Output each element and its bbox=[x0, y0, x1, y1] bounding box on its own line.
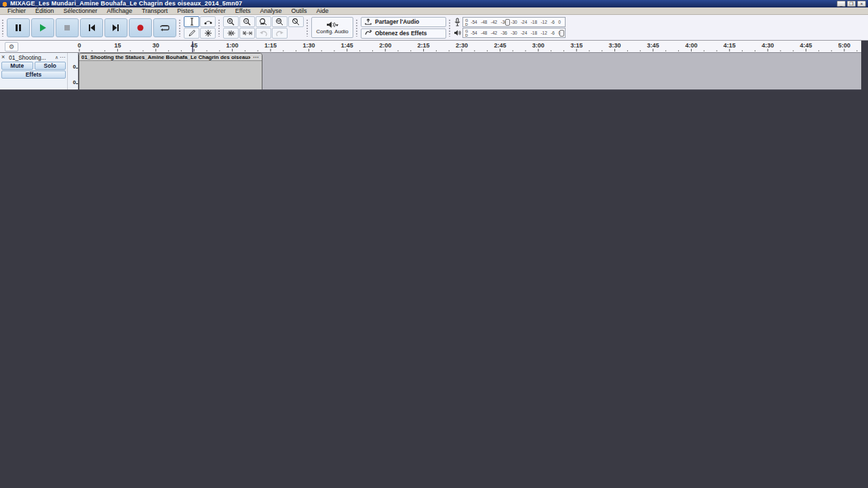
meter-tick-label: -42 bbox=[491, 30, 497, 35]
track-collapse-icon[interactable]: ∧ bbox=[55, 55, 58, 60]
share-toolbar: Partager l'Audio Obtenez des Effets bbox=[361, 17, 446, 39]
svg-text:5:00: 5:00 bbox=[838, 42, 850, 49]
svg-text:4:15: 4:15 bbox=[724, 42, 736, 49]
audio-setup-button[interactable]: Config. Audio bbox=[311, 17, 353, 38]
solo-button[interactable]: Solo bbox=[35, 62, 66, 70]
zoom-out-button[interactable] bbox=[239, 16, 255, 27]
tools-toolbar-grip[interactable] bbox=[178, 19, 182, 37]
svg-text:4:00: 4:00 bbox=[685, 42, 697, 49]
menu-item-aide[interactable]: Aide bbox=[312, 7, 334, 15]
recording-meter[interactable]: GD-54-48-42-36-30-24-18-12-60 bbox=[462, 17, 566, 27]
trim-outside-button[interactable] bbox=[223, 28, 239, 39]
pause-button[interactable] bbox=[7, 18, 30, 37]
speaker-dropdown-icon bbox=[326, 21, 338, 28]
menu-item-dition[interactable]: Édition bbox=[31, 7, 59, 15]
menu-item-gnrer[interactable]: Générer bbox=[199, 7, 231, 15]
vertical-ruler-zero-label: 0 bbox=[73, 80, 76, 85]
menu-item-fichier[interactable]: Fichier bbox=[3, 7, 31, 15]
menu-item-effets[interactable]: Effets bbox=[231, 7, 256, 15]
transport-toolbar bbox=[7, 18, 176, 37]
microphone-icon[interactable] bbox=[454, 18, 461, 26]
minimize-button[interactable]: _ bbox=[837, 1, 846, 7]
meter-tick-label: -42 bbox=[491, 20, 497, 24]
share-audio-button[interactable]: Partager l'Audio bbox=[361, 17, 446, 27]
svg-text:3:00: 3:00 bbox=[532, 42, 545, 49]
svg-text:4:30: 4:30 bbox=[762, 42, 774, 49]
timeline-options-gear-icon[interactable]: ⚙ bbox=[5, 42, 18, 52]
loop-button[interactable] bbox=[153, 18, 176, 37]
envelope-tool-button[interactable] bbox=[200, 16, 216, 27]
meter-toolbar-grip[interactable] bbox=[448, 19, 452, 37]
meter-channel-labels: GD bbox=[463, 18, 469, 26]
transport-toolbar-grip[interactable] bbox=[1, 19, 5, 37]
meter-tick-label: -30 bbox=[511, 30, 517, 35]
track-menu-icon[interactable]: ⋯ bbox=[60, 54, 66, 60]
close-button[interactable]: × bbox=[857, 1, 866, 7]
vertical-ruler-zero-label: 0 bbox=[73, 64, 76, 70]
meter-slider-thumb[interactable] bbox=[559, 30, 564, 37]
restore-button[interactable]: ❐ bbox=[847, 1, 856, 7]
tracks-area: ×01_Shooting...∧⋯MuteSoloEffets0001_Shoo… bbox=[0, 53, 861, 91]
get-effects-label: Obtenez des Effets bbox=[375, 30, 427, 37]
clip-title: 01_Shooting the Statues_Amine Bouhafa_Le… bbox=[79, 54, 250, 60]
menu-item-affichage[interactable]: Affichage bbox=[102, 7, 137, 15]
svg-text:30: 30 bbox=[153, 42, 159, 49]
zoom-selection-button[interactable] bbox=[256, 16, 271, 27]
draw-tool-button[interactable] bbox=[184, 28, 199, 39]
multi-tool-button[interactable] bbox=[200, 28, 216, 39]
record-button[interactable] bbox=[129, 18, 152, 37]
skip-end-button[interactable] bbox=[104, 18, 127, 37]
meter-tick-label: -18 bbox=[531, 20, 537, 24]
track-vertical-ruler[interactable]: 00 bbox=[68, 53, 79, 89]
play-button[interactable] bbox=[31, 18, 54, 37]
timeline-ruler[interactable]: ⚙ 01530451:001:151:301:452:002:152:302:4… bbox=[0, 41, 861, 53]
silence-audio-button[interactable] bbox=[239, 28, 255, 39]
speaker-icon[interactable] bbox=[454, 29, 461, 37]
clip-header[interactable]: 01_Shooting the Statues_Amine Bouhafa_Le… bbox=[79, 54, 262, 61]
zoom-fit-button[interactable] bbox=[272, 16, 288, 27]
window-title: MIXAGE_Les Mundari_Amine Bouhafa_Le Chag… bbox=[10, 0, 835, 7]
audio-clip[interactable]: 01_Shooting the Statues_Amine Bouhafa_Le… bbox=[79, 53, 262, 89]
track-control-panel: ×01_Shooting...∧⋯MuteSoloEffets bbox=[0, 53, 68, 89]
edit-toolbar-grip[interactable] bbox=[218, 19, 221, 37]
get-effects-button[interactable]: Obtenez des Effets bbox=[361, 28, 446, 39]
menu-item-analyse[interactable]: Analyse bbox=[256, 7, 287, 15]
meter-tick-label: -54 bbox=[471, 30, 477, 35]
mute-button[interactable]: Mute bbox=[1, 62, 33, 70]
svg-text:2:30: 2:30 bbox=[456, 42, 468, 49]
svg-text:2:00: 2:00 bbox=[379, 42, 391, 49]
zoom-toggle-button[interactable] bbox=[288, 16, 304, 27]
effects-button[interactable]: Effets bbox=[1, 70, 66, 79]
undo-button[interactable] bbox=[256, 28, 271, 39]
clip-menu-icon[interactable]: ⋯ bbox=[250, 54, 262, 60]
clip-waveform-channel bbox=[79, 61, 262, 76]
effects-icon bbox=[365, 30, 372, 37]
svg-text:1:45: 1:45 bbox=[341, 42, 353, 49]
track-close-icon[interactable]: × bbox=[1, 54, 7, 60]
playback-meter[interactable]: GD-54-48-42-36-30-24-18-12-60 bbox=[462, 28, 566, 38]
selection-tool-button[interactable] bbox=[184, 16, 199, 27]
stop-button[interactable] bbox=[56, 18, 79, 37]
meter-tick-label: -54 bbox=[471, 20, 477, 24]
menu-item-slectionner[interactable]: Sélectionner bbox=[59, 7, 102, 15]
menu-item-transport[interactable]: Transport bbox=[137, 7, 172, 15]
track-canvas[interactable]: 01_Shooting the Statues_Amine Bouhafa_Le… bbox=[79, 53, 861, 89]
svg-text:1:00: 1:00 bbox=[226, 42, 239, 49]
upload-icon bbox=[365, 18, 372, 25]
meter-slider-thumb[interactable] bbox=[505, 19, 510, 26]
main-toolbar: Config. Audio Partager l'Audio Obtenez d… bbox=[0, 15, 868, 41]
audio-setup-grip[interactable] bbox=[306, 19, 309, 37]
menu-item-outils[interactable]: Outils bbox=[287, 7, 312, 15]
meter-tick-label: -6 bbox=[551, 20, 555, 24]
share-toolbar-grip[interactable] bbox=[355, 19, 359, 37]
svg-text:15: 15 bbox=[114, 42, 121, 49]
menu-item-pistes[interactable]: Pistes bbox=[172, 7, 199, 15]
tools-toolbar bbox=[184, 16, 216, 39]
svg-text:1:15: 1:15 bbox=[264, 42, 277, 49]
zoom-in-button[interactable] bbox=[223, 16, 239, 27]
skip-start-button[interactable] bbox=[80, 18, 103, 37]
svg-text:1:30: 1:30 bbox=[302, 42, 315, 49]
redo-button[interactable] bbox=[272, 28, 288, 39]
track-name[interactable]: 01_Shooting... bbox=[9, 54, 54, 61]
meter-tick-label: -30 bbox=[511, 20, 517, 24]
